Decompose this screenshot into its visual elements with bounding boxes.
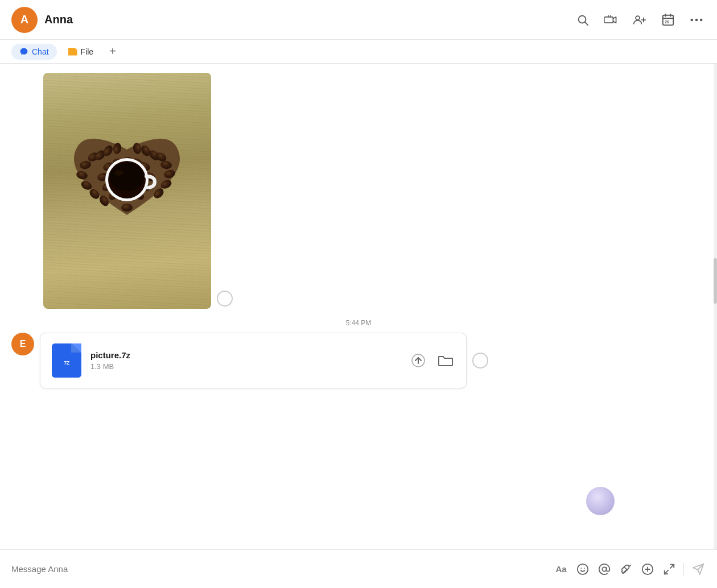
- svg-point-55: [114, 170, 123, 176]
- file-reaction-button[interactable]: [472, 353, 488, 368]
- chat-messages: 5:44 PM E 7Z picture.7z 1.3 MB: [0, 64, 717, 549]
- svg-point-13: [695, 18, 698, 21]
- file-message-card: 7Z picture.7z 1.3 MB: [40, 333, 467, 388]
- svg-line-1: [585, 22, 588, 25]
- file-name: picture.7z: [90, 350, 400, 360]
- message-timestamp: 5:44 PM: [0, 309, 717, 333]
- svg-line-68: [670, 564, 674, 568]
- cursor-avatar: [586, 487, 615, 515]
- text-format-icon[interactable]: Aa: [551, 560, 571, 579]
- contact-avatar: A: [11, 7, 38, 33]
- coffee-heart-svg: [43, 73, 211, 309]
- file-tab-icon: [68, 48, 77, 56]
- mention-icon[interactable]: [595, 560, 614, 579]
- svg-point-12: [690, 18, 693, 21]
- svg-point-64: [602, 567, 606, 571]
- tab-bar: Chat File +: [0, 40, 717, 64]
- file-size: 1.3 MB: [90, 362, 400, 371]
- coffee-image: [43, 73, 211, 309]
- chat-header: A Anna: [0, 0, 717, 40]
- svg-point-4: [636, 16, 640, 20]
- download-icon[interactable]: [409, 351, 427, 370]
- more-options-icon[interactable]: [687, 11, 706, 29]
- add-tab-button[interactable]: +: [105, 44, 121, 60]
- message-input-area: Aa: [0, 549, 717, 588]
- image-bubble: [43, 73, 211, 309]
- file-tab-label: File: [81, 47, 94, 56]
- file-extension-label: 7Z: [64, 360, 69, 366]
- toolbar-divider: [683, 563, 684, 575]
- file-sender-avatar: E: [11, 333, 34, 355]
- add-content-icon[interactable]: [638, 560, 657, 579]
- scrollbar-track: [714, 64, 717, 549]
- tab-chat[interactable]: Chat: [11, 44, 57, 60]
- search-icon[interactable]: [574, 11, 592, 29]
- expand-icon[interactable]: [660, 560, 679, 579]
- font-label: Aa: [555, 564, 566, 574]
- svg-point-61: [578, 564, 588, 574]
- emoji-icon[interactable]: [573, 560, 592, 579]
- file-actions: [409, 351, 455, 370]
- calendar-icon[interactable]: 26: [659, 11, 677, 29]
- svg-line-69: [665, 570, 668, 573]
- attach-icon[interactable]: [616, 560, 636, 579]
- svg-point-62: [580, 568, 582, 569]
- svg-point-63: [584, 568, 585, 569]
- header-left: A Anna: [11, 7, 73, 33]
- input-toolbar: Aa: [551, 560, 708, 579]
- file-info: picture.7z 1.3 MB: [90, 350, 400, 371]
- open-folder-icon[interactable]: [436, 351, 455, 370]
- tab-file[interactable]: File: [60, 44, 102, 60]
- svg-point-14: [700, 18, 703, 21]
- video-call-icon[interactable]: [602, 11, 620, 29]
- image-message: [0, 64, 717, 309]
- svg-text:26: 26: [665, 20, 670, 24]
- scrollbar-thumb[interactable]: [714, 258, 717, 304]
- chat-tab-icon: [19, 47, 28, 56]
- contact-name: Anna: [44, 13, 73, 26]
- svg-point-32: [121, 204, 133, 212]
- add-person-icon[interactable]: [631, 11, 649, 29]
- chat-tab-label: Chat: [32, 47, 49, 56]
- svg-point-54: [110, 163, 144, 191]
- image-reaction-button[interactable]: [217, 291, 233, 307]
- message-input[interactable]: [9, 564, 547, 574]
- file-message-row: E 7Z picture.7z 1.3 MB: [0, 333, 717, 397]
- send-button[interactable]: [689, 560, 708, 579]
- file-type-icon: 7Z: [52, 343, 81, 378]
- header-actions: 26: [574, 11, 706, 29]
